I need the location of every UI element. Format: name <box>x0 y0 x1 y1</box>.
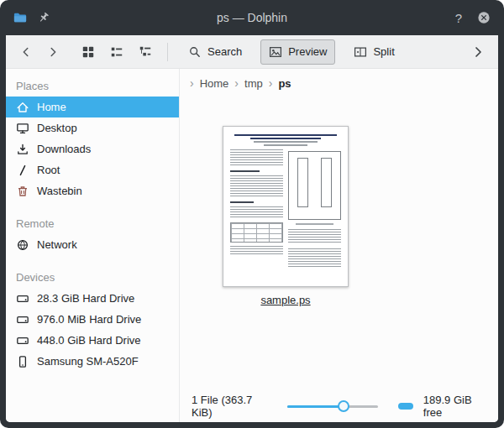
toolbar-overflow-button[interactable] <box>466 42 490 62</box>
preview-figure <box>288 151 341 220</box>
main-view: › Home › tmp › ps <box>180 69 498 422</box>
view-mode-group <box>78 41 155 63</box>
file-name[interactable]: sample.ps <box>260 294 310 306</box>
chevron-right-icon <box>471 45 485 59</box>
sidebar-item-phone[interactable]: Samsung SM-A520F <box>6 351 179 372</box>
preview-author-line <box>254 141 318 143</box>
devices-section-header: Devices <box>6 264 179 288</box>
home-icon <box>16 101 29 114</box>
preview-figure-shape <box>321 158 331 207</box>
preview-title-line <box>234 134 336 136</box>
wastebin-icon <box>16 185 29 198</box>
sidebar-item-hard-drive-1[interactable]: 28.3 GiB Hard Drive <box>6 288 179 309</box>
sidebar-item-desktop[interactable]: Desktop <box>6 117 179 138</box>
preview-heading-line <box>230 170 260 172</box>
preview-figure-caption <box>296 223 333 225</box>
pin-icon[interactable] <box>37 11 50 24</box>
window-content: Search Preview Split Places <box>6 35 498 422</box>
body-row: Places Home Desktop Downloads Root <box>6 69 498 422</box>
sidebar-item-label: Downloads <box>37 143 91 155</box>
zoom-slider-fill <box>287 405 344 408</box>
preview-label: Preview <box>288 45 327 58</box>
close-icon <box>477 9 491 26</box>
split-icon <box>354 44 367 60</box>
file-view[interactable]: sample.ps <box>180 97 498 390</box>
sidebar-item-label: 976.0 MiB Hard Drive <box>37 313 141 326</box>
sidebar-item-network[interactable]: Network <box>6 234 179 255</box>
downloads-icon <box>16 143 29 156</box>
sidebar-item-label: Samsung SM-A520F <box>37 355 139 368</box>
hard-drive-icon <box>16 334 29 347</box>
zoom-slider-handle[interactable] <box>338 400 349 412</box>
sidebar-item-label: Desktop <box>37 122 77 134</box>
search-label: Search <box>207 45 242 58</box>
preview-paragraph <box>288 229 341 244</box>
preview-heading-line <box>230 201 254 203</box>
window-title: ps — Dolphin <box>123 11 381 24</box>
sidebar-item-hard-drive-2[interactable]: 976.0 MiB Hard Drive <box>6 309 179 330</box>
sidebar-item-label: 28.3 GiB Hard Drive <box>37 292 134 305</box>
titlebar[interactable]: ps — Dolphin ? <box>0 0 504 35</box>
free-space-text: 189.9 GiB free <box>423 394 486 419</box>
sidebar-item-downloads[interactable]: Downloads <box>6 138 179 159</box>
preview-paragraph <box>288 248 341 267</box>
preview-author-line <box>264 144 308 146</box>
free-space-bar <box>398 403 413 410</box>
files-summary-text: 1 File (363.7 KiB) <box>192 394 267 419</box>
breadcrumb: › Home › tmp › ps <box>180 69 498 97</box>
status-bar: 1 File (363.7 KiB) 189.9 GiB free <box>180 390 498 422</box>
compact-view-button[interactable] <box>107 41 127 63</box>
forward-button[interactable] <box>41 41 65 63</box>
desktop-icon <box>16 122 29 135</box>
icons-view-button[interactable] <box>78 41 98 63</box>
hard-drive-icon <box>16 292 29 305</box>
split-button[interactable]: Split <box>345 39 402 65</box>
preview-button[interactable]: Preview <box>260 39 335 65</box>
sidebar-item-label: Root <box>37 164 60 176</box>
back-button[interactable] <box>14 41 38 63</box>
chevron-right-icon: › <box>234 76 239 90</box>
network-icon <box>16 238 29 252</box>
file-item-sample-ps[interactable]: sample.ps <box>218 126 353 306</box>
preview-columns <box>230 149 341 267</box>
search-button[interactable]: Search <box>180 39 250 65</box>
sidebar-item-label: Wastebin <box>37 185 82 197</box>
sidebar-item-home[interactable]: Home <box>6 97 179 117</box>
preview-figure-shape <box>297 158 307 207</box>
remote-section-header: Remote <box>6 210 179 234</box>
ps-document-preview[interactable] <box>223 126 349 287</box>
breadcrumb-ps[interactable]: ps <box>278 77 291 90</box>
sidebar-item-label: Network <box>37 238 77 251</box>
preview-right-column <box>288 149 341 267</box>
preview-left-column <box>230 149 283 267</box>
smartphone-icon <box>16 355 29 368</box>
breadcrumb-tmp[interactable]: tmp <box>244 77 263 90</box>
titlebar-right: ? <box>381 9 491 26</box>
hard-drive-icon <box>16 313 29 326</box>
preview-icon <box>269 44 282 60</box>
preview-paragraph <box>230 149 283 167</box>
arrow-left-icon <box>19 44 33 60</box>
details-view-icon <box>139 44 152 60</box>
titlebar-left <box>13 11 123 24</box>
root-icon <box>16 164 29 177</box>
details-view-button[interactable] <box>135 41 155 63</box>
compact-view-icon <box>110 44 123 60</box>
places-panel: Places Home Desktop Downloads Root <box>6 69 180 422</box>
help-button[interactable]: ? <box>455 11 462 25</box>
breadcrumb-home[interactable]: Home <box>200 77 229 90</box>
arrow-right-icon <box>46 44 60 60</box>
split-label: Split <box>373 45 394 58</box>
preview-title-line <box>250 138 321 139</box>
preview-table <box>230 222 283 243</box>
folder-icon <box>13 11 27 24</box>
sidebar-item-label: Home <box>37 101 66 113</box>
chevron-right-icon: › <box>269 76 273 90</box>
sidebar-item-root[interactable]: Root <box>6 159 179 180</box>
sidebar-item-hard-drive-3[interactable]: 448.0 GiB Hard Drive <box>6 330 179 351</box>
preview-paragraph <box>230 246 283 255</box>
zoom-slider[interactable] <box>287 399 378 413</box>
sidebar-item-wastebin[interactable]: Wastebin <box>6 180 179 201</box>
places-section-header: Places <box>6 72 179 97</box>
close-button[interactable] <box>477 9 491 26</box>
